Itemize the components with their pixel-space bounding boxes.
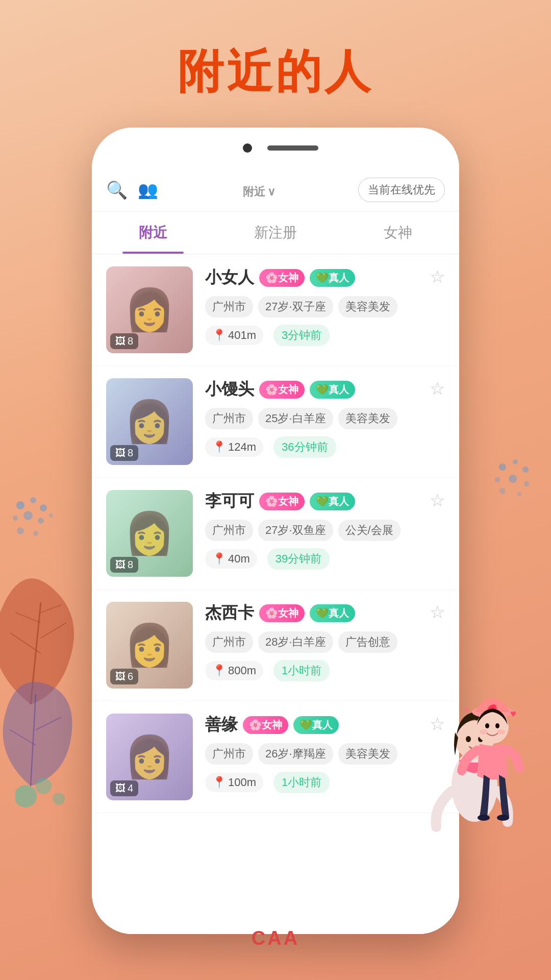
time-4: 1小时前 [273, 660, 330, 681]
svg-point-2 [40, 504, 47, 511]
tag-occupation-1: 美容美发 [338, 296, 397, 317]
tag-city-2: 广州市 [205, 408, 253, 429]
user-meta-1: 📍401m 3分钟前 [205, 325, 445, 346]
user-info-3: 李可可 🌸 女神 💚 真人 广州市 27岁·双鱼座 公关/会展 📍40m 39分… [205, 490, 445, 570]
tab-goddess[interactable]: 女神 [337, 212, 459, 254]
svg-text:♥: ♥ [510, 708, 516, 719]
badge-goddess-1: 🌸 女神 [259, 269, 305, 287]
table-row[interactable]: 👩 🖼8 小女人 🌸 女神 💚 真人 广州市 27岁·双子座 [92, 254, 459, 366]
table-row[interactable]: 👩 🖼8 小馒头 🌸 女神 💚 真人 广州市 25岁·白羊座 [92, 366, 459, 478]
time-5: 1小时前 [273, 772, 330, 793]
user-info-4: 杰西卡 🌸 女神 💚 真人 广州市 28岁·白羊座 广告创意 📍800m 1小时… [205, 602, 445, 681]
svg-point-38 [497, 729, 505, 734]
svg-point-4 [23, 511, 33, 520]
distance-4: 📍800m [205, 661, 263, 680]
svg-point-1 [30, 497, 36, 503]
tag-city-4: 广州市 [205, 631, 253, 653]
search-icon[interactable]: 🔍 [106, 180, 128, 200]
svg-point-27 [53, 793, 65, 805]
tag-age-zodiac-1: 27岁·双子座 [258, 296, 333, 317]
tab-new-register[interactable]: 新注册 [214, 212, 337, 254]
svg-text:♥: ♥ [464, 705, 468, 714]
star-button-3[interactable]: ☆ [430, 490, 445, 510]
star-button-4[interactable]: ☆ [430, 602, 445, 622]
svg-point-35 [485, 723, 489, 728]
user-name-3: 李可可 [205, 490, 254, 512]
table-row[interactable]: 👩 🖼4 善缘 🌸 女神 💚 真人 广州市 26岁·摩羯座 [92, 701, 459, 813]
user-name-row-3: 李可可 🌸 女神 💚 真人 [205, 490, 445, 512]
svg-point-21 [509, 475, 517, 483]
svg-point-0 [16, 501, 24, 509]
avatar-wrap-3: 👩 🖼8 [106, 490, 193, 577]
time-1: 3分钟前 [273, 325, 330, 346]
avatar-wrap-1: 👩 🖼8 [106, 266, 193, 353]
user-name-5: 善缘 [205, 714, 238, 736]
badge-real-2: 💚 真人 [310, 381, 355, 399]
star-button-1[interactable]: ☆ [430, 266, 445, 287]
deco-teal-circles [15, 766, 77, 817]
svg-point-20 [495, 477, 500, 482]
user-info-2: 小馒头 🌸 女神 💚 真人 广州市 25岁·白羊座 美容美发 📍124m 36分… [205, 378, 445, 458]
distance-1: 📍401m [205, 326, 263, 345]
svg-point-7 [33, 531, 38, 536]
avatar-wrap-4: 👩 🖼6 [106, 602, 193, 689]
svg-point-18 [513, 459, 518, 464]
tab-nearby[interactable]: 附近 [92, 212, 214, 254]
badge-goddess-4: 🌸 女神 [259, 604, 305, 622]
phone-frame: 🔍 👥 附近∨ 当前在线优先 附近 新注册 女神 [92, 128, 459, 934]
svg-point-30 [466, 736, 471, 742]
tag-city-3: 广州市 [205, 520, 253, 541]
tag-age-zodiac-4: 28岁·白羊座 [258, 631, 333, 653]
svg-point-19 [522, 467, 529, 473]
tag-city-5: 广州市 [205, 743, 253, 765]
page-title: 附近的人 [0, 0, 551, 103]
filter-icon[interactable]: 👥 [138, 180, 158, 200]
avatar-wrap-2: 👩 🖼8 [106, 378, 193, 465]
svg-point-39 [478, 815, 490, 821]
phone-notch [92, 128, 459, 168]
phone-speaker [267, 145, 318, 151]
phone-camera [243, 143, 252, 153]
bottom-label: CAA [252, 927, 299, 949]
photo-count-3: 🖼8 [110, 557, 138, 573]
photo-count-1: 🖼8 [110, 333, 138, 349]
svg-point-23 [499, 488, 506, 494]
star-button-2[interactable]: ☆ [430, 378, 445, 399]
deco-dots-left [5, 490, 66, 551]
user-name-4: 杰西卡 [205, 602, 254, 624]
user-info-1: 小女人 🌸 女神 💚 真人 广州市 27岁·双子座 美容美发 📍401m 3分钟… [205, 266, 445, 346]
time-2: 36分钟前 [273, 436, 336, 458]
user-name-2: 小馒头 [205, 378, 254, 401]
svg-point-17 [499, 463, 506, 471]
badge-goddess-3: 🌸 女神 [259, 493, 305, 510]
user-meta-3: 📍40m 39分钟前 [205, 548, 445, 570]
photo-count-2: 🖼8 [110, 445, 138, 461]
table-row[interactable]: 👩 🖼6 杰西卡 🌸 女神 💚 真人 广州市 28岁·白羊座 [92, 590, 459, 701]
tag-city-1: 广州市 [205, 296, 253, 317]
badge-goddess-2: 🌸 女神 [259, 381, 305, 399]
table-row[interactable]: 👩 🖼8 李可可 🌸 女神 💚 真人 广州市 27岁·双鱼座 [92, 478, 459, 590]
badge-real-5: 💚 真人 [293, 716, 339, 734]
tag-occupation-4: 广告创意 [338, 631, 397, 653]
avatar-wrap-5: 👩 🖼4 [106, 714, 193, 800]
user-list: 👩 🖼8 小女人 🌸 女神 💚 真人 广州市 27岁·双子座 [92, 254, 459, 934]
user-name-row-1: 小女人 🌸 女神 💚 真人 [205, 266, 445, 289]
user-meta-2: 📍124m 36分钟前 [205, 436, 445, 458]
svg-point-40 [497, 815, 509, 821]
time-3: 39分钟前 [267, 548, 330, 570]
illustration: ♥ ♥ ♥ [408, 674, 551, 878]
photo-count-4: 🖼6 [110, 669, 138, 684]
photo-count-5: 🖼4 [110, 780, 138, 796]
user-tags-2: 广州市 25岁·白羊座 美容美发 [205, 408, 445, 429]
svg-point-8 [49, 513, 53, 518]
svg-point-26 [35, 778, 52, 794]
user-tags-1: 广州市 27岁·双子座 美容美发 [205, 296, 445, 317]
svg-point-25 [15, 785, 37, 807]
app-screen: 🔍 👥 附近∨ 当前在线优先 附近 新注册 女神 [92, 168, 459, 934]
user-tags-3: 广州市 27岁·双鱼座 公关/会展 [205, 520, 445, 541]
tag-age-zodiac-3: 27岁·双鱼座 [258, 520, 333, 541]
tag-age-zodiac-2: 25岁·白羊座 [258, 408, 333, 429]
online-priority-button[interactable]: 当前在线优先 [358, 178, 445, 202]
svg-point-37 [480, 729, 488, 734]
badge-goddess-5: 🌸 女神 [243, 716, 288, 734]
